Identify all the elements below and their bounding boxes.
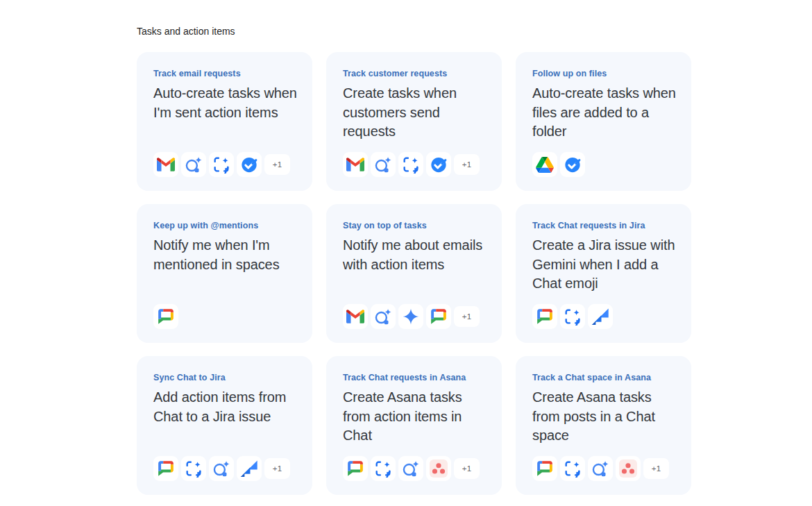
card-title: Create tasks when customers send request…	[343, 84, 487, 142]
card-app-icons: +1	[153, 152, 297, 177]
ai-frame-icon	[209, 152, 234, 177]
card-title: Create Asana tasks from action items in …	[343, 388, 487, 446]
template-card[interactable]: Track a Chat space in Asana Create Asana…	[516, 356, 691, 495]
card-title: Notify me about emails with action items	[343, 236, 487, 274]
card-title: Create a Jira issue with Gemini when I a…	[532, 236, 676, 294]
card-category-label: Stay on top of tasks	[343, 221, 487, 231]
chat-icon	[153, 456, 178, 481]
card-category-label: Follow up on files	[532, 69, 676, 79]
gmail-icon	[153, 152, 178, 177]
template-card[interactable]: Stay on top of tasks Notify me about ema…	[326, 204, 502, 343]
card-category-label: Track a Chat space in Asana	[532, 373, 676, 383]
gemini-q-icon	[398, 456, 423, 481]
more-apps-badge: +1	[643, 458, 669, 479]
chat-icon	[532, 456, 557, 481]
more-apps-badge: +1	[454, 154, 480, 175]
gmail-icon	[343, 152, 368, 177]
gemini-q-icon	[181, 152, 206, 177]
card-app-icons: +1	[343, 456, 487, 481]
card-app-icons	[532, 152, 676, 177]
template-card[interactable]: Track customer requests Create tasks whe…	[326, 52, 502, 191]
more-apps-badge: +1	[264, 458, 290, 479]
ai-frame-icon	[371, 456, 396, 481]
card-title: Notify me when I'm mentioned in spaces	[153, 236, 297, 274]
section-heading: Tasks and action items	[137, 25, 812, 37]
jira-icon	[588, 304, 613, 329]
card-app-icons: +1	[532, 456, 676, 481]
card-title: Create Asana tasks from posts in a Chat …	[532, 388, 676, 446]
card-app-icons: +1	[343, 152, 487, 177]
card-app-icons: +1	[153, 456, 297, 481]
card-category-label: Track customer requests	[343, 69, 487, 79]
card-app-icons	[532, 304, 676, 329]
chat-icon	[532, 304, 557, 329]
more-apps-badge: +1	[454, 458, 480, 479]
jira-icon	[237, 456, 262, 481]
template-cards-grid: Track email requests Auto-create tasks w…	[137, 52, 812, 495]
card-app-icons: +1	[343, 304, 487, 329]
chat-icon	[153, 304, 178, 329]
card-category-label: Keep up with @mentions	[153, 221, 297, 231]
more-apps-badge: +1	[454, 306, 480, 327]
templates-page: Tasks and action items Track email reque…	[0, 0, 812, 495]
card-category-label: Track Chat requests in Asana	[343, 373, 487, 383]
chat-icon	[426, 304, 451, 329]
template-card[interactable]: Track email requests Auto-create tasks w…	[137, 52, 312, 191]
card-category-label: Track Chat requests in Jira	[532, 221, 676, 231]
tasks-icon	[237, 152, 262, 177]
chat-icon	[343, 456, 368, 481]
gemini-q-icon	[588, 456, 613, 481]
template-card[interactable]: Track Chat requests in Asana Create Asan…	[326, 356, 502, 495]
asana-icon	[426, 456, 451, 481]
template-card[interactable]: Keep up with @mentions Notify me when I'…	[137, 204, 312, 343]
template-card[interactable]: Follow up on files Auto-create tasks whe…	[516, 52, 691, 191]
gemini-icon	[398, 304, 423, 329]
ai-frame-icon	[398, 152, 423, 177]
card-category-label: Sync Chat to Jira	[153, 373, 297, 383]
card-category-label: Track email requests	[153, 69, 297, 79]
ai-frame-icon	[560, 304, 585, 329]
ai-frame-icon	[181, 456, 206, 481]
tasks-icon	[560, 152, 585, 177]
ai-frame-icon	[560, 456, 585, 481]
template-card[interactable]: Track Chat requests in Jira Create a Jir…	[516, 204, 691, 343]
tasks-icon	[426, 152, 451, 177]
card-title: Add action items from Chat to a Jira iss…	[153, 388, 297, 426]
more-apps-badge: +1	[264, 154, 290, 175]
card-title: Auto-create tasks when I'm sent action i…	[153, 84, 297, 122]
asana-icon	[616, 456, 641, 481]
card-title: Auto-create tasks when files are added t…	[532, 84, 676, 142]
card-app-icons	[153, 304, 297, 329]
gemini-q-icon	[209, 456, 234, 481]
template-card[interactable]: Sync Chat to Jira Add action items from …	[137, 356, 312, 495]
gemini-q-icon	[371, 152, 396, 177]
gmail-icon	[343, 304, 368, 329]
drive-icon	[532, 152, 557, 177]
gemini-q-icon	[371, 304, 396, 329]
